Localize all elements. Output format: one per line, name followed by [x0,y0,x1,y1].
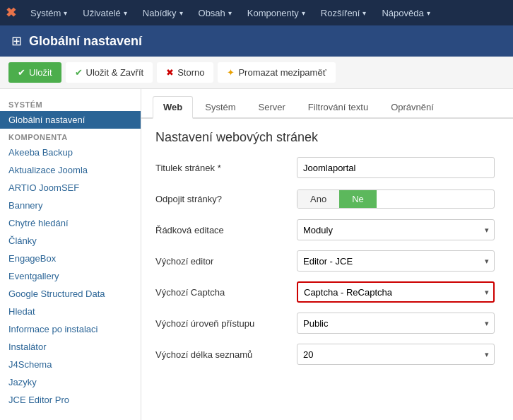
page-header: ⊞ Globální nastavení [0,25,513,57]
save-button[interactable]: ✔ Uložit [8,62,61,83]
tab-system[interactable]: Systém [194,96,246,117]
tab-web[interactable]: Web [153,96,193,119]
clear-cache-button[interactable]: ✦ Promazat mezipaměť [218,62,335,83]
chevron-down-icon: ▾ [362,9,366,17]
control-site-name [297,157,495,178]
input-site-name[interactable] [297,157,495,178]
sidebar-item-akeeba[interactable]: Akeeba Backup [0,144,141,161]
label-list-length: Výchozí délka seznamů [155,349,297,360]
tab-server[interactable]: Server [248,96,296,117]
label-offline: Odpojit stránky? [155,194,297,204]
sidebar-item-engagebox[interactable]: EngageBox [0,250,141,267]
control-default-captcha: Captcha - ReCaptcha Žádná ▾ [297,281,495,303]
select-default-captcha[interactable]: Captcha - ReCaptcha Žádná [297,281,495,303]
toolbar: ✔ Uložit ✔ Uložit & Zavřít ✖ Storno ✦ Pr… [0,57,513,89]
chevron-down-icon: ▾ [124,9,127,17]
label-inline-edit: Řádková editace [155,225,297,235]
cancel-button[interactable]: ✖ Storno [157,62,213,83]
control-default-editor: Editor - JCE Žádný editor Editor - TinyM… [297,250,495,272]
chevron-down-icon: ▾ [64,9,67,17]
main-content: SYSTÉM Globální nastavení KOMPONENTA Ake… [0,89,513,420]
sidebar-item-artio[interactable]: ARTIO JoomSEF [0,179,141,197]
label-access-level: Výchozí úroveň přístupu [155,318,297,329]
nav-system[interactable]: Systém ▾ [23,4,74,23]
label-default-editor: Výchozí editor [155,256,297,267]
field-row-list-length: Výchozí délka seznamů 5 10 15 20 25 30 5… [155,343,499,366]
control-list-length: 5 10 15 20 25 30 50 100 ▾ [297,344,495,365]
save-close-button[interactable]: ✔ Uložit & Zavřít [66,62,153,83]
tab-text-filtering[interactable]: Filtrování textu [297,96,379,117]
sidebar-item-hledat[interactable]: Hledat [0,303,141,320]
nav-help[interactable]: Nápověda ▾ [375,4,437,23]
form-area: Nastavení webových stránek Titulek strán… [141,119,513,385]
field-row-inline-edit: Řádková editace Moduly Zakázáno ▾ [155,218,499,241]
x-icon: ✖ [166,67,174,78]
sidebar-item-bannery[interactable]: Bannery [0,197,141,214]
select-inline-edit[interactable]: Moduly Zakázáno [297,219,495,240]
sidebar-item-eventgallery[interactable]: Eventgallery [0,267,141,285]
sidebar-item-google-structured-data[interactable]: Google Structured Data [0,285,141,303]
select-list-length[interactable]: 5 10 15 20 25 30 50 100 [297,344,495,365]
content-area: Web Systém Server Filtrování textu Opráv… [141,89,513,420]
nav-content[interactable]: Obsah ▾ [191,4,239,23]
nav-extensions[interactable]: Rozšíření ▾ [314,4,374,23]
sidebar-item-joomla-update[interactable]: Aktualizace Joomla [0,161,141,179]
sidebar-item-informace[interactable]: Informace po instalaci [0,320,141,338]
control-access-level: Public Registered Special ▾ [297,313,495,334]
top-navigation: ✖ Systém ▾ Uživatelé ▾ Nabídky ▾ Obsah ▾… [0,0,513,25]
select-default-editor[interactable]: Editor - JCE Žádný editor Editor - TinyM… [297,250,495,272]
tab-permissions[interactable]: Oprávnění [380,96,444,117]
sidebar-item-global-settings[interactable]: Globální nastavení [0,111,141,129]
label-default-captcha: Výchozí Captcha [155,287,297,298]
tab-bar: Web Systém Server Filtrování textu Opráv… [141,89,513,119]
field-row-offline: Odpojit stránky? Ano Ne [155,187,499,210]
sidebar: SYSTÉM Globální nastavení KOMPONENTA Ake… [0,89,141,420]
label-site-name: Titulek stránek * [155,163,297,173]
check-icon: ✔ [75,67,83,78]
select-access-level[interactable]: Public Registered Special [297,313,495,334]
field-row-default-editor: Výchozí editor Editor - JCE Žádný editor… [155,250,499,272]
sidebar-item-j4schema[interactable]: J4Schema [0,356,141,373]
chevron-down-icon: ▾ [427,9,430,17]
save-icon: ✔ [18,67,25,78]
lightning-icon: ✦ [227,67,235,78]
field-row-site-name: Titulek stránek * [155,156,499,179]
nav-components[interactable]: Komponenty ▾ [240,4,312,23]
chevron-down-icon: ▾ [302,9,305,17]
sidebar-item-jazyky[interactable]: Jazyky [0,373,141,391]
sidebar-item-clanky[interactable]: Články [0,232,141,250]
toggle-ano[interactable]: Ano [297,190,339,208]
joomla-logo: ✖ [6,5,16,21]
field-row-access-level: Výchozí úroveň přístupu Public Registere… [155,312,499,334]
toggle-ne[interactable]: Ne [339,190,377,208]
nav-users[interactable]: Uživatelé ▾ [76,4,134,23]
nav-menus[interactable]: Nabídky ▾ [136,4,190,23]
control-inline-edit: Moduly Zakázáno ▾ [297,219,495,240]
page-icon: ⊞ [11,33,22,49]
sidebar-section-component: KOMPONENTA [0,129,141,144]
sidebar-item-jce-editor-pro[interactable]: JCE Editor Pro [0,391,141,409]
chevron-down-icon: ▾ [228,9,232,17]
sidebar-item-instalator[interactable]: Instalátor [0,338,141,356]
chevron-down-icon: ▾ [179,9,183,17]
form-title: Nastavení webových stránek [155,130,499,145]
page-title: Globální nastavení [29,34,142,49]
field-row-default-captcha: Výchozí Captcha Captcha - ReCaptcha Žádn… [155,281,499,303]
toggle-offline: Ano Ne [297,189,495,209]
sidebar-section-system: SYSTÉM [0,96,141,111]
sidebar-item-chytre-hledani[interactable]: Chytré hledání [0,214,141,232]
control-offline: Ano Ne [297,189,495,209]
